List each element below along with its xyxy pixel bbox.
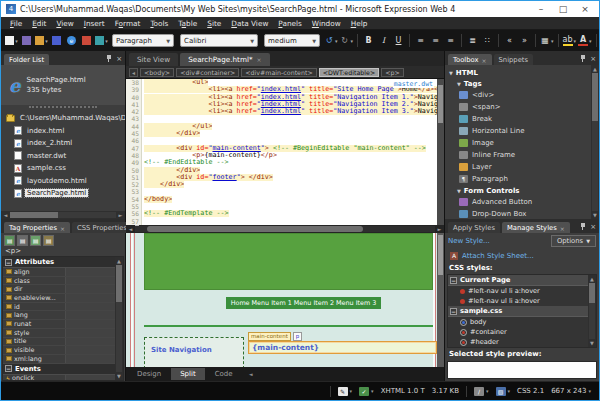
property-row[interactable]: title	[3, 338, 115, 347]
save-icon[interactable]	[50, 34, 63, 47]
file-item[interactable]: eSearchPage.html	[1, 187, 125, 200]
p-tag-chip[interactable]: p	[293, 332, 303, 341]
scroll-right-icon[interactable]: ►	[436, 226, 443, 232]
master-dwt-link[interactable]: master.dwt	[393, 80, 434, 88]
tagprops-tab-css-properties[interactable]: CSS Properties	[72, 222, 132, 233]
property-value[interactable]	[66, 338, 115, 346]
toolbox-group-html[interactable]: ▼HTML	[449, 67, 589, 78]
italic-icon[interactable]: I	[377, 34, 390, 47]
scroll-down-icon[interactable]: ▼	[593, 212, 597, 218]
font-dropdown[interactable]: Calibri▼	[180, 34, 258, 47]
minimize-button[interactable]: –	[532, 4, 550, 14]
property-value[interactable]	[66, 303, 115, 311]
numbered-list-icon[interactable]: ≣	[466, 34, 479, 47]
page-header-block[interactable]	[144, 233, 433, 290]
section-header-attributes[interactable]: −Attributes	[3, 257, 115, 268]
tag-chip[interactable]: <DWT:editable>	[319, 68, 379, 77]
toolbox-group-tags[interactable]: ▼Tags	[449, 78, 589, 89]
close-tab-icon[interactable]: ×	[60, 225, 65, 232]
design-vscrollbar[interactable]	[437, 233, 444, 367]
font-color-icon[interactable]: A▾	[578, 34, 592, 47]
crumb-back-icon[interactable]: ◂	[129, 68, 138, 77]
scroll-left-icon[interactable]: ◄	[2, 212, 9, 218]
toolbox-item[interactable]: Advanced Button	[449, 196, 589, 208]
collapse-icon[interactable]: −	[5, 365, 12, 372]
toolbox-tab-snippets[interactable]: Snippets	[494, 54, 534, 65]
property-row[interactable]: align	[3, 268, 115, 277]
style-group-sample-css[interactable]: −sample.css	[448, 306, 588, 317]
close-button[interactable]: ×	[576, 4, 594, 14]
import-icon[interactable]: ▾	[95, 34, 108, 47]
tag-properties-vscrollbar[interactable]: ▲ ▼	[115, 257, 123, 380]
page-check-icon[interactable]: ✓▾	[359, 387, 374, 396]
toolbox-item[interactable]: Drop-Down Box	[449, 208, 589, 219]
property-row[interactable]: runat	[3, 320, 115, 329]
style-rule-item[interactable]: body	[448, 317, 588, 327]
view-tab-code[interactable]: Code	[206, 368, 242, 380]
font-size-dropdown[interactable]: medium▼	[264, 34, 320, 47]
property-value[interactable]	[66, 285, 115, 293]
doc-tab-searchpage-html-[interactable]: SearchPage.html*×	[180, 53, 269, 66]
property-value[interactable]	[66, 268, 115, 276]
pin-icon[interactable]	[580, 55, 586, 63]
decrease-indent-icon[interactable]: «	[503, 34, 516, 47]
close-panel-icon[interactable]: ×	[590, 56, 596, 63]
doc-tab-site-view[interactable]: Site View	[129, 53, 178, 66]
options-button[interactable]: Options▼	[551, 235, 596, 247]
scroll-right-icon[interactable]: ►	[117, 212, 124, 218]
property-row[interactable]: class	[3, 277, 115, 286]
toolbox-item[interactable]: Horizontal Line	[449, 125, 589, 137]
menu-file[interactable]: File	[5, 18, 27, 29]
new-document-icon[interactable]: ▾	[5, 34, 18, 47]
property-row[interactable]: visible	[3, 346, 115, 355]
style-rule-item[interactable]: #left-nav ul li a:hover	[448, 286, 588, 296]
style-rule-item[interactable]: #container	[448, 327, 588, 337]
collapse-icon[interactable]: −	[450, 308, 457, 315]
tag-chip[interactable]: <div#container>	[176, 68, 239, 77]
file-item[interactable]: eindex.html	[1, 125, 125, 138]
property-row[interactable]: enableview...	[3, 294, 115, 303]
code-vscrollbar[interactable]	[437, 79, 444, 225]
view-tab-split[interactable]: Split	[171, 368, 205, 380]
menu-edit[interactable]: Edit	[27, 18, 51, 29]
summary-button[interactable]: ▤	[43, 235, 54, 246]
site-navigation-block[interactable]: Site Navigation	[144, 337, 244, 367]
underline-icon[interactable]: U	[392, 34, 405, 47]
scroll-down-icon[interactable]: ▼	[117, 373, 121, 379]
code-view[interactable]: 38 <ul>39 <li><a href="index.html" title…	[126, 79, 444, 225]
scroll-left-icon[interactable]: ◄	[127, 226, 134, 232]
menu-tools[interactable]: Tools	[145, 18, 173, 29]
property-value[interactable]	[66, 355, 115, 363]
file-item[interactable]: eindex_2.html	[1, 137, 125, 150]
redo-icon[interactable]: ↻▾	[340, 34, 354, 47]
property-value[interactable]	[66, 320, 115, 328]
property-row[interactable]: lang	[3, 311, 115, 320]
align-center-icon[interactable]: ≡	[429, 34, 442, 47]
page-edit-icon[interactable]: ✎▾	[338, 387, 353, 396]
property-value[interactable]	[66, 277, 115, 285]
property-row[interactable]: id	[3, 303, 115, 312]
property-value[interactable]	[66, 311, 115, 319]
close-tab-icon[interactable]: ×	[256, 56, 261, 63]
folder-tree-root[interactable]: C:\Users\Muhammad.Waqas\Documents\M	[1, 112, 125, 125]
toolbox-item[interactable]: Image	[449, 137, 589, 149]
open-site-icon[interactable]	[20, 34, 33, 47]
publish-icon[interactable]	[80, 34, 93, 47]
close-tab-icon[interactable]: ×	[560, 225, 565, 232]
statusbar-text[interactable]: 667 x 243	[551, 387, 586, 395]
view-tab-design[interactable]: Design	[128, 368, 170, 380]
panel-splitter[interactable]	[29, 106, 97, 110]
sort-alphabetical-button[interactable]: ▤	[17, 235, 28, 246]
scroll-down-icon[interactable]: ▼	[590, 340, 594, 346]
menu-view[interactable]: View	[51, 18, 78, 29]
bold-icon[interactable]: B	[362, 34, 375, 47]
style-dropdown[interactable]: Paragraph▼	[112, 34, 174, 47]
property-value[interactable]	[66, 294, 115, 302]
toolbox-item[interactable]: <div>	[449, 89, 589, 101]
pen-icon[interactable]: /▾	[474, 387, 489, 396]
property-value[interactable]	[66, 346, 115, 354]
toolbox-item[interactable]: Inline Frame	[449, 149, 589, 161]
borders-icon[interactable]: ▦▾	[540, 34, 554, 47]
tab-folder-list[interactable]: Folder List	[4, 54, 49, 65]
statusbar-text[interactable]: 667 x 243▾	[551, 387, 591, 395]
